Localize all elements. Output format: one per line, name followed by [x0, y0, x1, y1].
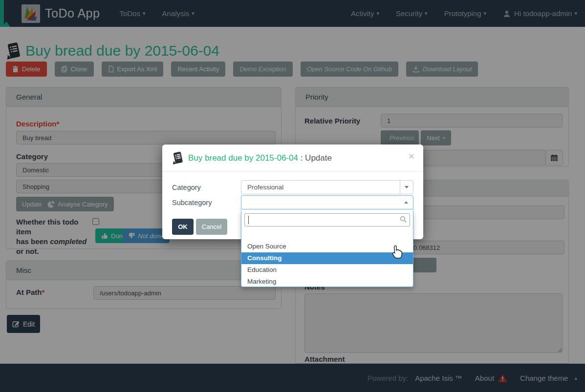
dialog-header: Buy bread due by 2015-06-04 : Update × — [162, 144, 423, 172]
dropdown-option-marketing[interactable]: Marketing — [241, 276, 413, 288]
text-cursor — [248, 216, 249, 224]
search-icon — [400, 216, 407, 223]
cancel-button[interactable]: Cancel — [196, 219, 227, 235]
close-icon[interactable]: × — [409, 150, 414, 162]
dialog-title: Buy bread due by 2015-06-04 : Update — [188, 153, 332, 163]
dialog-subcategory-select[interactable] — [241, 195, 413, 209]
dropdown-search-input[interactable] — [244, 213, 410, 227]
dialog-category-label: Category — [172, 184, 201, 191]
dropdown-option-consulting[interactable]: Consulting — [241, 252, 413, 264]
caret-down-icon — [405, 186, 409, 188]
dropdown-option-list: Open Source Consulting Education Marketi… — [241, 229, 413, 288]
dialog-category-select[interactable]: Professional — [241, 180, 413, 194]
dialog-subcategory-label: Subcategory — [172, 199, 212, 206]
dropdown-option-open-source[interactable]: Open Source — [241, 241, 413, 252]
caret-up-icon — [404, 201, 408, 204]
ok-button[interactable]: OK — [172, 219, 194, 235]
subcategory-dropdown: Open Source Consulting Education Marketi… — [241, 210, 413, 287]
app-root: ToDo App ToDos▾ Analysis▾ Activity▾ Secu… — [0, 0, 585, 392]
select-arrow-box[interactable] — [400, 181, 413, 194]
dropdown-option-empty[interactable] — [241, 229, 413, 241]
todo-memo-icon — [172, 151, 184, 165]
dropdown-option-education[interactable]: Education — [241, 264, 413, 276]
